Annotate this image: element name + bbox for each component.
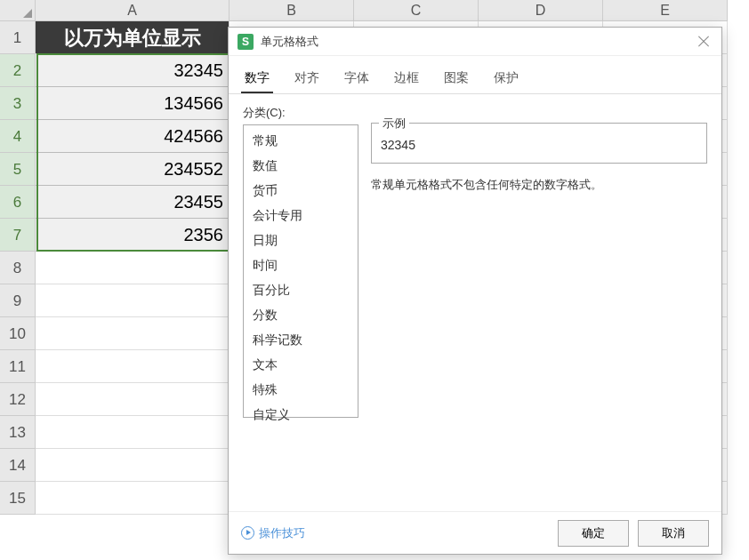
category-fraction[interactable]: 分数 — [244, 303, 358, 328]
column-headers: A B C D E — [36, 0, 728, 21]
row-header[interactable]: 6 — [0, 186, 36, 219]
tab-protection[interactable]: 保护 — [490, 65, 522, 93]
dialog-tabs: 数字 对齐 字体 边框 图案 保护 — [229, 56, 721, 94]
cell-a6[interactable]: 23455 — [36, 186, 230, 219]
cell-a7[interactable]: 2356 — [36, 219, 230, 252]
tab-number[interactable]: 数字 — [241, 65, 273, 93]
cell[interactable] — [36, 482, 230, 515]
dialog-footer: 操作技巧 确定 取消 — [229, 511, 721, 554]
tab-alignment[interactable]: 对齐 — [291, 65, 323, 93]
category-text[interactable]: 文本 — [244, 353, 358, 378]
cell[interactable] — [36, 317, 230, 350]
row-header[interactable]: 7 — [0, 219, 36, 252]
col-header-a[interactable]: A — [36, 0, 230, 21]
category-custom[interactable]: 自定义 — [244, 403, 358, 428]
row-header[interactable]: 12 — [0, 383, 36, 416]
format-preview-panel: 示例 32345 常规单元格格式不包含任何特定的数字格式。 — [371, 105, 707, 418]
format-description: 常规单元格格式不包含任何特定的数字格式。 — [371, 176, 707, 195]
ok-button[interactable]: 确定 — [558, 520, 629, 547]
example-label: 示例 — [379, 116, 409, 132]
dialog-titlebar[interactable]: S 单元格格式 — [229, 28, 721, 56]
category-scientific[interactable]: 科学记数 — [244, 328, 358, 353]
cancel-button[interactable]: 取消 — [638, 520, 709, 547]
category-time[interactable]: 时间 — [244, 253, 358, 278]
row-header[interactable]: 11 — [0, 350, 36, 383]
cell-a1[interactable]: 以万为单位显示 — [36, 21, 230, 54]
dialog-body: 分类(C): 常规 数值 货币 会计专用 日期 时间 百分比 分数 科学记数 文… — [229, 94, 721, 428]
row-header[interactable]: 3 — [0, 87, 36, 120]
category-special[interactable]: 特殊 — [244, 378, 358, 403]
row-header[interactable]: 8 — [0, 252, 36, 284]
tab-font[interactable]: 字体 — [341, 65, 373, 93]
cell-a4[interactable]: 424566 — [36, 120, 230, 153]
col-header-d[interactable]: D — [479, 0, 603, 21]
cell[interactable] — [36, 383, 230, 416]
row-header[interactable]: 13 — [0, 416, 36, 449]
col-header-b[interactable]: B — [230, 0, 354, 21]
col-header-e[interactable]: E — [603, 0, 728, 21]
cell[interactable] — [36, 252, 230, 284]
category-accounting[interactable]: 会计专用 — [244, 204, 358, 228]
cell-a5[interactable]: 234552 — [36, 153, 230, 186]
cell-a2[interactable]: 32345 — [36, 54, 230, 87]
row-headers: 1 2 3 4 5 6 7 8 9 10 11 12 13 14 15 — [0, 21, 36, 515]
row-header[interactable]: 9 — [0, 284, 36, 317]
cell[interactable] — [36, 416, 230, 449]
category-section: 分类(C): 常规 数值 货币 会计专用 日期 时间 百分比 分数 科学记数 文… — [243, 105, 358, 418]
example-box: 示例 32345 — [371, 123, 707, 164]
close-icon[interactable] — [695, 33, 713, 51]
tab-pattern[interactable]: 图案 — [440, 65, 472, 93]
category-currency[interactable]: 货币 — [244, 179, 358, 204]
tips-label: 操作技巧 — [259, 525, 305, 541]
select-all-corner[interactable] — [0, 0, 36, 21]
category-percentage[interactable]: 百分比 — [244, 278, 358, 303]
cell-a3[interactable]: 134566 — [36, 87, 230, 120]
example-value: 32345 — [381, 138, 415, 152]
row-header[interactable]: 4 — [0, 120, 36, 153]
play-icon — [241, 526, 254, 540]
cell[interactable] — [36, 284, 230, 317]
category-number[interactable]: 数值 — [244, 154, 358, 179]
row-header[interactable]: 2 — [0, 54, 36, 87]
row-header[interactable]: 15 — [0, 482, 36, 515]
row-header[interactable]: 14 — [0, 449, 36, 482]
cell[interactable] — [36, 449, 230, 482]
row-header[interactable]: 1 — [0, 21, 36, 54]
cell[interactable] — [36, 350, 230, 383]
row-header[interactable]: 5 — [0, 153, 36, 186]
tips-link[interactable]: 操作技巧 — [241, 525, 305, 541]
dialog-title: 单元格格式 — [261, 34, 318, 50]
cell-format-dialog: S 单元格格式 数字 对齐 字体 边框 图案 保护 分类(C): 常规 数值 货… — [228, 27, 722, 555]
row-header[interactable]: 10 — [0, 317, 36, 350]
app-icon: S — [238, 34, 254, 50]
category-general[interactable]: 常规 — [244, 129, 358, 154]
category-list[interactable]: 常规 数值 货币 会计专用 日期 时间 百分比 分数 科学记数 文本 特殊 自定… — [243, 124, 358, 418]
category-date[interactable]: 日期 — [244, 228, 358, 253]
tab-border[interactable]: 边框 — [391, 65, 423, 93]
col-header-c[interactable]: C — [354, 0, 479, 21]
category-label: 分类(C): — [243, 105, 358, 121]
